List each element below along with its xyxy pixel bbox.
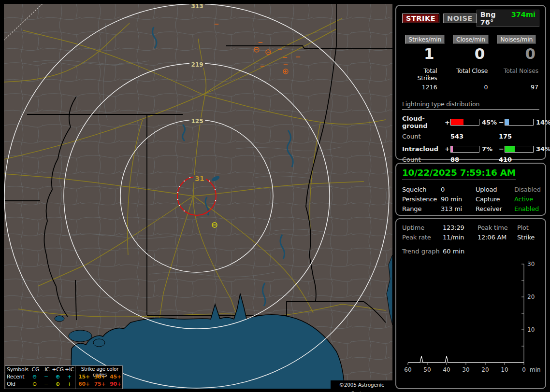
capture-status: Active [514,195,539,204]
uptime-value: 123:29 [443,223,478,233]
svg-text:30: 30 [527,261,535,267]
persistence-value: 90 min [441,195,476,204]
lake-pontchartrain [69,330,92,342]
lightning-map[interactable]: 313 219 125 31 Symbols -CG -IC +CG +IC R… [4,4,392,389]
strike-marker-dot [215,189,216,190]
legend-col-cg-pos: +CG [52,366,64,373]
ring-label-125: 125 [191,118,203,125]
ic-pos-percent: 7% [479,145,499,153]
trend-graph-value: 60 min [443,247,539,256]
trend-panel: Uptime 123:29 Peak time Plot Peak rate 1… [395,218,546,389]
capture-label: Capture [476,195,514,204]
total-close-value: 0 [448,84,494,91]
cg-count-label: Count [402,133,445,140]
datetime-display: 10/22/2025 7:59:16 AM [402,168,516,180]
svg-text:min: min [530,366,541,373]
strikes-per-min-value: 1 [402,45,448,62]
strike-stats-panel: STRIKE NOISE Bng 76° 374mi Strikes/min C… [395,5,546,160]
total-noises-value: 97 [493,84,539,91]
age-90: 90+ [108,381,123,387]
status-panel: 10/22/2025 7:59:16 AM Squelch 0 Upload D… [395,163,546,216]
plus-sign: + [445,145,450,153]
cg-pos-percent: 45% [479,119,499,126]
svg-text:10: 10 [501,366,508,373]
plot-value: Strike [517,233,539,242]
upload-status: Disabled [514,185,541,195]
ic-pos-count: 88 [450,156,499,163]
age-15: 15+ [76,374,92,380]
ic-neg-old-icon: − [41,381,52,387]
strike-marker-dot [179,205,180,206]
age-75: 75+ [92,381,108,387]
ic-pos-recent-icon: + [64,374,75,380]
ic-neg-count: 410 [499,156,539,163]
range-value: 313 mi [441,204,476,214]
peak-time-value: 12:06 AM [478,233,517,242]
close-per-min-value: 0 [448,45,494,62]
cg-pos-bar [450,119,479,126]
lake-maurepas [55,316,64,322]
cg-neg-recent-icon: ⊖ [29,374,41,380]
copyright-text: ©2005 Astrogenic Systems [331,380,392,389]
distribution-title: Lightning type distribution [402,100,539,110]
range-label: Range [402,204,441,214]
close-per-min-chip[interactable]: Close/min [453,35,489,44]
ring-label-219: 219 [191,61,203,68]
trend-graph: 1020306050403020100min [402,257,543,376]
legend-row-old: Old [7,381,29,387]
nexstorm-app: { "colors": { "land": "#564e4a", "water"… [0,0,550,392]
minus-sign: − [499,145,505,153]
noises-per-min-value: 0 [493,45,539,62]
receiver-label: Receiver [476,204,514,214]
strike-button[interactable]: STRIKE [402,14,439,23]
bearing-distance: 374mi [511,11,536,26]
peak-rate-value: 11/min [443,233,478,242]
ic-pos-old-icon: + [64,381,75,387]
squelch-label: Squelch [402,185,441,195]
trend-graph-label: Trend graph [402,247,443,256]
cg-neg-count: 175 [499,133,539,140]
strike-marker-dot [184,210,185,211]
total-noises-label: Total Noises [493,67,539,82]
legend-col-cg-neg: -CG [29,366,41,373]
map-canvas: 313 219 125 31 [4,4,392,389]
map-legend: Symbols -CG -IC +CG +IC Recent ⊖ − ⊕ + O… [5,365,123,389]
svg-text:0: 0 [522,366,526,373]
strike-marker-dot [177,192,178,193]
cg-pos-old-icon: ⊕ [52,381,64,387]
legend-symbols-title: Symbols [7,366,29,373]
svg-text:10: 10 [527,326,535,333]
svg-text:60: 60 [404,366,411,373]
strikes-per-min-chip[interactable]: Strikes/min [405,35,445,44]
squelch-value: 0 [441,185,476,195]
intracloud-label: Intracloud [402,145,445,153]
cg-pos-count: 543 [450,133,499,140]
cg-neg-percent: 14% [534,119,550,126]
age-60: 60+ [76,381,92,387]
bearing-value: Bng 76° [480,11,511,26]
peak-rate-label: Peak rate [402,233,443,242]
legend-col-ic-neg: -IC [41,366,52,373]
ring-label-313: 313 [191,4,203,10]
ic-pos-bar [450,146,479,153]
strike-marker-dot [189,177,190,178]
svg-text:50: 50 [423,366,431,373]
strike-marker-dot [209,181,210,182]
cg-neg-bar [505,119,534,126]
strike-marker-dot [184,181,185,182]
svg-text:30: 30 [462,366,469,373]
bearing-display: Bng 76° 374mi [477,10,539,27]
total-close-label: Total Close [448,67,494,82]
ic-neg-percent: 34% [534,145,550,153]
upload-label: Upload [476,185,514,195]
ic-count-label: Count [402,156,445,163]
noise-button[interactable]: NOISE [443,14,477,23]
lake-borgne [93,339,105,347]
noises-per-min-chip[interactable]: Noises/min [497,35,536,44]
uptime-label: Uptime [402,223,443,233]
age-30: 30+ [92,374,108,380]
legend-col-ic-pos: +IC [64,366,75,373]
svg-text:40: 40 [443,366,450,373]
ic-neg-recent-icon: − [41,374,52,380]
strike-marker-dot [177,199,178,200]
